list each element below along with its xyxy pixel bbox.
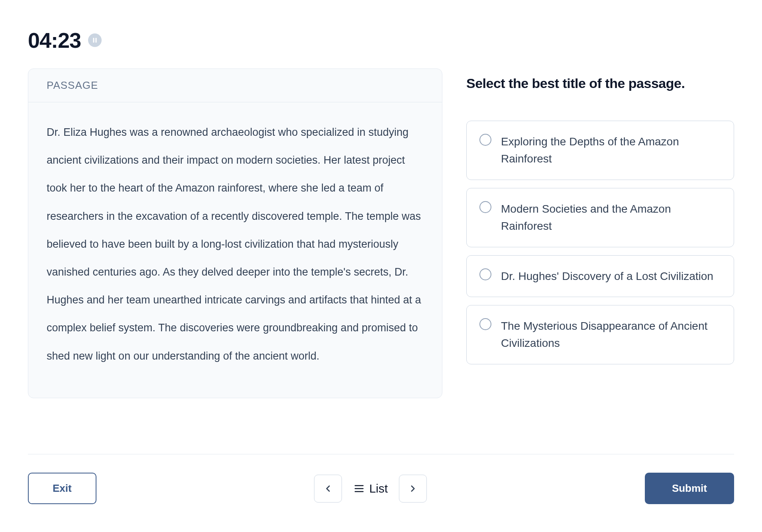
passage-text: Dr. Eliza Hughes was a renowned archaeol… (47, 118, 424, 370)
submit-button[interactable]: Submit (645, 473, 734, 504)
option-text: The Mysterious Disappearance of Ancient … (501, 317, 721, 352)
list-button[interactable]: List (349, 482, 392, 495)
options-list: Exploring the Depths of the Amazon Rainf… (466, 121, 734, 364)
list-label: List (369, 482, 388, 495)
timer-display: 04:23 (28, 28, 81, 53)
option-text: Exploring the Depths of the Amazon Rainf… (501, 133, 721, 168)
svg-rect-0 (93, 38, 94, 43)
chevron-left-icon (323, 483, 333, 494)
option-3[interactable]: The Mysterious Disappearance of Ancient … (466, 305, 734, 364)
pause-icon (92, 37, 98, 43)
next-button[interactable] (399, 475, 427, 503)
option-2[interactable]: Dr. Hughes' Discovery of a Lost Civiliza… (466, 255, 734, 297)
radio-icon (479, 268, 491, 280)
footer: Exit List Submit (28, 454, 734, 504)
exit-button[interactable]: Exit (28, 473, 96, 504)
passage-header: PASSAGE (28, 69, 442, 102)
nav-center: List (314, 475, 427, 503)
chevron-right-icon (408, 483, 418, 494)
header: 04:23 (28, 28, 734, 53)
pause-button[interactable] (88, 33, 102, 47)
passage-panel: PASSAGE Dr. Eliza Hughes was a renowned … (28, 68, 442, 398)
option-text: Dr. Hughes' Discovery of a Lost Civiliza… (501, 268, 713, 285)
radio-icon (479, 134, 491, 146)
radio-icon (479, 201, 491, 213)
question-panel: Select the best title of the passage. Ex… (466, 68, 734, 436)
option-1[interactable]: Modern Societies and the Amazon Rainfore… (466, 188, 734, 247)
svg-rect-1 (96, 38, 97, 43)
option-0[interactable]: Exploring the Depths of the Amazon Rainf… (466, 121, 734, 180)
passage-body: Dr. Eliza Hughes was a renowned archaeol… (28, 102, 442, 398)
prev-button[interactable] (314, 475, 342, 503)
passage-label: PASSAGE (47, 79, 424, 92)
question-prompt: Select the best title of the passage. (466, 76, 734, 91)
content-area: PASSAGE Dr. Eliza Hughes was a renowned … (28, 68, 734, 436)
option-text: Modern Societies and the Amazon Rainfore… (501, 200, 721, 235)
list-icon (353, 483, 365, 495)
radio-icon (479, 318, 491, 330)
